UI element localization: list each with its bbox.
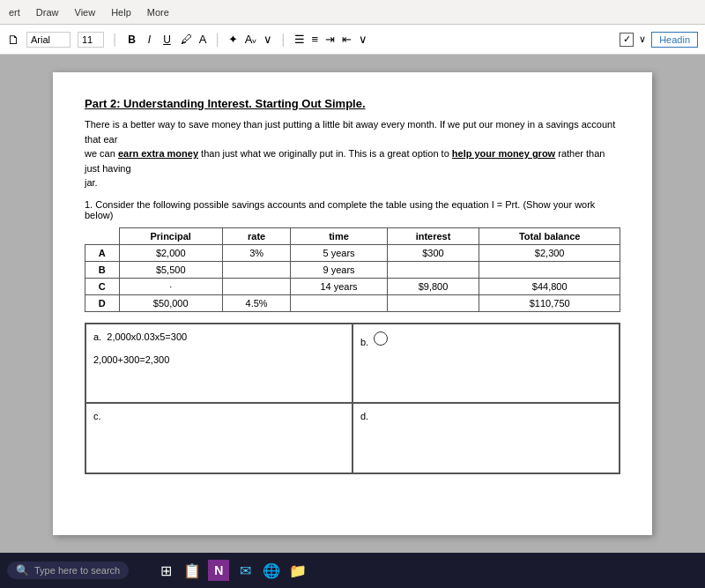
intro-line2-start: we can xyxy=(85,148,118,159)
search-placeholder-text: Type here to search xyxy=(34,565,120,576)
cell-b-principal: $5,500 xyxy=(119,261,222,278)
taskbar-app-icons: ⊞ 📋 N ✉ 🌐 📁 xyxy=(155,560,308,581)
dropdown-icon[interactable]: ∨ xyxy=(263,33,272,46)
col-total: Total balance xyxy=(479,227,620,244)
taskbar-clipboard-icon[interactable]: 📋 xyxy=(182,560,203,581)
intro-line2-end: than just what we originally put in. Thi… xyxy=(198,148,452,159)
earn-extra-money: earn extra money xyxy=(118,148,198,159)
row-label-b: B xyxy=(85,261,120,278)
intro-paragraph: There is a better way to save money than… xyxy=(85,117,620,190)
work-a-line1: 2,000x0.03x5=300 xyxy=(107,331,187,342)
taskbar-grid-icon[interactable]: ⊞ xyxy=(155,560,176,581)
toolbar-tab-view[interactable]: View xyxy=(70,5,101,19)
cell-b-interest xyxy=(387,261,479,278)
highlight-icon[interactable]: 🖊 xyxy=(181,33,192,46)
toolbar: ert Draw View Help More xyxy=(0,0,705,25)
work-cell-a: a. 2,000x0.03x5=300 2,000+300=2,300 xyxy=(85,324,352,403)
work-cell-b: b. xyxy=(352,324,620,403)
ribbon: 🗋 Arial 11 | B I U 🖊 A | ✦ Aᵥ ∨ | ☰ ≡ ⇥ … xyxy=(0,25,705,55)
taskbar-folder-icon[interactable]: 📁 xyxy=(287,560,308,581)
cell-a-time: 5 years xyxy=(291,244,387,261)
work-cell-a-label: a. 2,000x0.03x5=300 xyxy=(93,331,345,342)
table-row: B $5,500 9 years xyxy=(85,261,620,278)
list-icon[interactable]: ☰ xyxy=(294,33,305,46)
list-dropdown-icon[interactable]: ∨ xyxy=(359,33,367,46)
cell-c-time: 14 years xyxy=(291,278,387,294)
cell-a-total: $2,300 xyxy=(479,244,620,261)
cell-a-principal: $2,000 xyxy=(119,244,222,261)
document-area: Part 2: Understanding Interest. Starting… xyxy=(0,55,705,553)
help-grow: help your money grow xyxy=(452,148,555,159)
table-row: D $50,000 4.5% $110,750 xyxy=(85,294,620,311)
cell-d-time xyxy=(291,294,387,311)
cell-c-total: $44,800 xyxy=(479,278,620,294)
underline-button[interactable]: U xyxy=(160,33,174,47)
savings-table: Principal rate time interest Total balan… xyxy=(85,227,620,312)
col-time: time xyxy=(291,227,387,244)
question-text: 1. Consider the following possible savin… xyxy=(85,199,620,220)
toolbar-tab-draw[interactable]: Draw xyxy=(31,5,64,19)
work-cell-d-label: d. xyxy=(360,411,612,421)
cell-d-interest xyxy=(387,294,479,311)
font-color-icon[interactable]: A xyxy=(199,33,207,46)
checkbox-icon[interactable]: ✓ xyxy=(620,33,634,47)
taskbar-edge-icon[interactable]: 🌐 xyxy=(261,560,282,581)
cell-d-rate: 4.5% xyxy=(222,294,291,311)
font-size-selector[interactable]: 11 xyxy=(78,32,104,48)
work-grid: a. 2,000x0.03x5=300 2,000+300=2,300 b. c… xyxy=(85,323,620,474)
heading-style-button[interactable]: Headin xyxy=(651,32,698,48)
page-icon[interactable]: 🗋 xyxy=(7,33,19,47)
cell-b-total xyxy=(479,261,620,278)
taskbar: 🔍 Type here to search ⊞ 📋 N ✉ 🌐 📁 xyxy=(0,553,705,588)
font-selector[interactable]: Arial xyxy=(26,32,70,48)
format-icon[interactable]: ✦ xyxy=(228,33,238,46)
cell-a-rate: 3% xyxy=(222,244,291,261)
row-label-d: D xyxy=(85,294,120,311)
cell-d-total: $110,750 xyxy=(479,294,620,311)
part-title: Part 2: Understanding Interest. Starting… xyxy=(85,97,620,110)
outdent-icon[interactable]: ⇤ xyxy=(342,33,352,46)
work-cell-d: d. xyxy=(352,403,620,473)
page: Part 2: Understanding Interest. Starting… xyxy=(53,72,652,535)
work-a-line2: 2,000+300=2,300 xyxy=(93,354,345,365)
work-cell-c: c. xyxy=(85,403,352,473)
cell-c-principal: · xyxy=(119,278,222,294)
ribbon-dropdown[interactable]: ∨ xyxy=(639,33,646,45)
bold-button[interactable]: B xyxy=(125,33,138,47)
style-icon[interactable]: Aᵥ xyxy=(245,33,257,46)
col-interest: interest xyxy=(387,227,479,244)
cursor-circle-icon xyxy=(374,331,388,346)
ordered-list-icon[interactable]: ≡ xyxy=(312,33,319,46)
cell-c-interest: $9,800 xyxy=(387,278,479,294)
work-cell-b-label: b. xyxy=(360,331,612,347)
row-label-c: C xyxy=(85,278,120,294)
toolbar-tab-ert[interactable]: ert xyxy=(4,5,26,19)
italic-button[interactable]: I xyxy=(145,33,153,47)
cell-b-time: 9 years xyxy=(291,261,387,278)
col-principal: Principal xyxy=(119,227,222,244)
taskbar-onenote-icon[interactable]: N xyxy=(208,560,229,581)
table-row: A $2,000 3% 5 years $300 $2,300 xyxy=(85,244,620,261)
cell-d-principal: $50,000 xyxy=(119,294,222,311)
row-label-a: A xyxy=(85,244,120,261)
taskbar-mail-icon[interactable]: ✉ xyxy=(234,560,256,581)
intro-line1: There is a better way to save money than… xyxy=(85,119,615,145)
work-cell-c-label: c. xyxy=(93,411,345,421)
indent-icon[interactable]: ⇥ xyxy=(325,33,335,46)
toolbar-tab-help[interactable]: Help xyxy=(106,5,137,19)
col-rate: rate xyxy=(222,227,291,244)
search-icon: 🔍 xyxy=(16,564,29,577)
table-row: C · 14 years $9,800 $44,800 xyxy=(85,278,620,294)
ribbon-right: ✓ ∨ Headin xyxy=(620,32,698,48)
cell-a-interest: $300 xyxy=(387,244,479,261)
intro-line3: jar. xyxy=(85,177,98,188)
toolbar-tab-more[interactable]: More xyxy=(142,5,174,19)
cell-c-rate xyxy=(222,278,291,294)
cell-b-rate xyxy=(222,261,291,278)
taskbar-search[interactable]: 🔍 Type here to search xyxy=(7,562,129,579)
